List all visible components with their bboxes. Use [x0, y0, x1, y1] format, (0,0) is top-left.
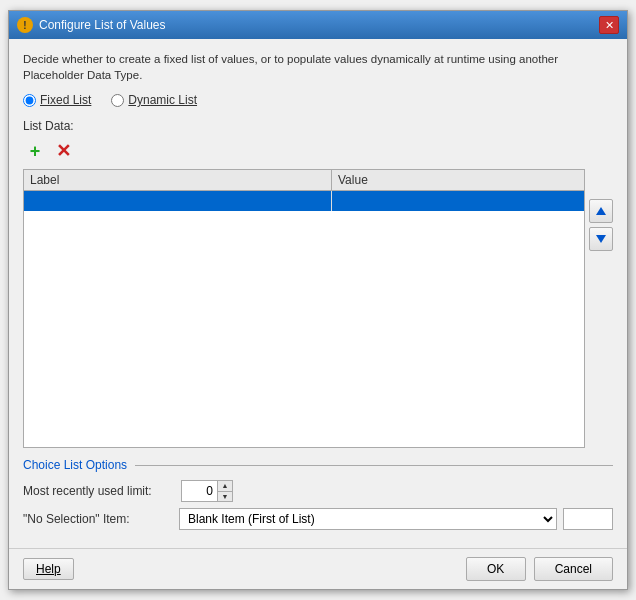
remove-button[interactable]: ✕: [51, 139, 75, 163]
dialog-title: Configure List of Values: [39, 18, 166, 32]
title-bar: ! Configure List of Values ✕: [9, 11, 627, 39]
label-cell: [24, 191, 332, 211]
options-legend-text: Choice List Options: [23, 458, 127, 472]
fixed-list-radio[interactable]: [23, 94, 36, 107]
footer-left: Help: [23, 558, 74, 580]
options-section: Choice List Options Most recently used l…: [23, 458, 613, 536]
no-selection-row: "No Selection" Item: Blank Item (First o…: [23, 508, 613, 530]
spinbox-up[interactable]: ▲: [218, 481, 232, 492]
mru-input[interactable]: [182, 481, 217, 501]
dialog-footer: Help OK Cancel: [9, 548, 627, 589]
cancel-button[interactable]: Cancel: [534, 557, 613, 581]
mru-row: Most recently used limit: ▲ ▼: [23, 480, 613, 502]
list-header: Label Value: [24, 170, 584, 191]
dialog-description: Decide whether to create a fixed list of…: [23, 51, 613, 83]
no-selection-dropdown[interactable]: Blank Item (First of List) No Blank Item…: [179, 508, 557, 530]
spinbox-down[interactable]: ▼: [218, 492, 232, 502]
list-area: Label Value: [23, 169, 613, 448]
fixed-list-label: Fixed List: [40, 93, 91, 107]
color-picker-box[interactable]: [563, 508, 613, 530]
mru-spinbox[interactable]: ▲ ▼: [181, 480, 233, 502]
configure-list-dialog: ! Configure List of Values ✕ Decide whet…: [8, 10, 628, 590]
value-cell: [332, 191, 584, 211]
fixed-list-option[interactable]: Fixed List: [23, 93, 91, 107]
value-column-header: Value: [332, 170, 584, 190]
dynamic-list-radio[interactable]: [111, 94, 124, 107]
dialog-icon: !: [17, 17, 33, 33]
svg-marker-1: [596, 235, 606, 243]
radio-row: Fixed List Dynamic List: [23, 93, 613, 107]
options-legend-line: [135, 465, 613, 466]
dialog-body: Decide whether to create a fixed list of…: [9, 39, 627, 548]
add-button[interactable]: +: [23, 139, 47, 163]
toolbar: + ✕: [23, 139, 613, 163]
list-body[interactable]: [24, 191, 584, 447]
footer-right: OK Cancel: [466, 557, 613, 581]
side-buttons: [589, 169, 613, 448]
dynamic-list-option[interactable]: Dynamic List: [111, 93, 197, 107]
options-legend: Choice List Options: [23, 458, 613, 472]
ok-button[interactable]: OK: [466, 557, 526, 581]
move-up-button[interactable]: [589, 199, 613, 223]
list-data-label: List Data:: [23, 119, 613, 133]
close-button[interactable]: ✕: [599, 16, 619, 34]
mru-label: Most recently used limit:: [23, 484, 173, 498]
no-selection-label: "No Selection" Item:: [23, 512, 173, 526]
label-column-header: Label: [24, 170, 332, 190]
help-button[interactable]: Help: [23, 558, 74, 580]
move-down-button[interactable]: [589, 227, 613, 251]
svg-marker-0: [596, 207, 606, 215]
spinbox-arrows: ▲ ▼: [217, 481, 232, 501]
help-label: Help: [36, 562, 61, 576]
dynamic-list-label: Dynamic List: [128, 93, 197, 107]
table-row[interactable]: [24, 191, 584, 211]
title-bar-left: ! Configure List of Values: [17, 17, 166, 33]
list-table: Label Value: [23, 169, 585, 448]
